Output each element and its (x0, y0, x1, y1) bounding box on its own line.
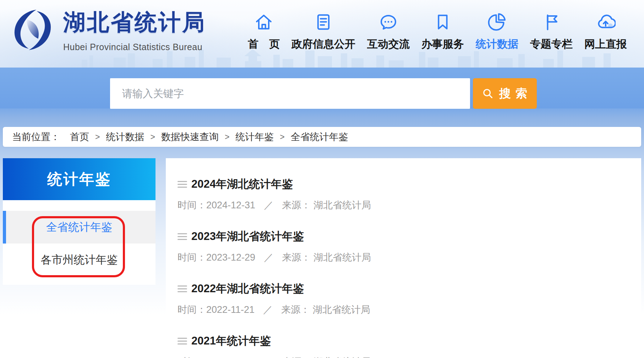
nav-item-1[interactable]: 首 页 (248, 12, 280, 52)
list-bullet-icon (178, 285, 187, 292)
meta-time-label: 时间： (178, 356, 206, 358)
search-icon (482, 87, 494, 100)
meta-separator: ／ (263, 303, 273, 316)
meta-time-label: 时间： (178, 303, 206, 316)
breadcrumb-separator: > (225, 132, 229, 142)
flag-icon (541, 12, 561, 32)
breadcrumb-separator: > (150, 132, 155, 142)
yearbook-link[interactable]: 2024年湖北统计年鉴 (191, 177, 293, 192)
list-item-meta: 时间：2023-12-29／来源：湖北省统计局 (178, 251, 627, 264)
list-item-meta: 时间：2024-12-31／来源：湖北省统计局 (178, 199, 627, 212)
sidebar-item-1[interactable]: 全省统计年鉴 (3, 211, 155, 244)
list-item-2: 2023年湖北省统计年鉴时间：2023-12-29／来源：湖北省统计局 (178, 229, 627, 264)
cloud-upload-icon (596, 12, 616, 32)
nav-item-label: 统计数据 (476, 37, 518, 52)
nav-item-7[interactable]: 网上直报 (584, 12, 627, 52)
list-item-3: 2022年湖北省统计年鉴时间：2022-11-21／来源：湖北省统计局 (178, 281, 627, 316)
nav-item-6[interactable]: 专题专栏 (530, 12, 573, 52)
meta-time-label: 时间： (178, 251, 206, 264)
meta-source-value: 湖北省统计局 (313, 251, 371, 264)
breadcrumb-link-2[interactable]: 统计数据 (106, 130, 144, 143)
document-icon (313, 12, 333, 32)
breadcrumb-separator: > (280, 132, 284, 142)
yearbook-link[interactable]: 2022年湖北省统计年鉴 (191, 281, 304, 296)
list-item-title-row: 2022年湖北省统计年鉴 (178, 281, 627, 296)
meta-source-value: 湖北省统计局 (313, 303, 370, 316)
sidebar-gap (3, 200, 155, 211)
sidebar-title: 统计年鉴 (3, 158, 155, 200)
yearbook-link[interactable]: 2021年统计年鉴 (191, 333, 271, 348)
search-input[interactable] (110, 78, 470, 109)
chat-icon (378, 12, 398, 32)
main-nav: 首 页政府信息公开互动交流办事服务统计数据专题专栏网上直报 (248, 12, 627, 52)
nav-item-4[interactable]: 办事服务 (421, 12, 464, 52)
home-icon (254, 12, 274, 32)
meta-time-value: 2022-11-21 (206, 304, 255, 315)
sidebar: 统计年鉴 全省统计年鉴各市州统计年鉴 (3, 158, 155, 285)
nav-item-label: 网上直报 (584, 37, 627, 52)
meta-separator: ／ (264, 199, 273, 212)
search-bar: 搜 索 (110, 78, 537, 109)
meta-time-value: 2023-12-29 (206, 252, 255, 263)
breadcrumb-items: 首页>统计数据>数据快速查询>统计年鉴>全省统计年鉴 (70, 130, 348, 143)
list-item-4: 2021年统计年鉴时间：2021-10-13／来源：湖北省统计局 (178, 333, 627, 358)
meta-source-label: 来源： (281, 303, 310, 316)
meta-separator: ／ (264, 251, 273, 264)
meta-source-value: 湖北省统计局 (313, 199, 371, 212)
nav-item-2[interactable]: 政府信息公开 (291, 12, 355, 52)
yearbook-link[interactable]: 2023年湖北省统计年鉴 (191, 229, 304, 244)
list-bullet-icon (178, 338, 187, 344)
breadcrumb-separator: > (95, 132, 100, 142)
search-button[interactable]: 搜 索 (473, 78, 537, 109)
nav-item-5[interactable]: 统计数据 (476, 12, 518, 52)
nav-item-label: 首 页 (248, 37, 280, 52)
yearbook-list: 2024年湖北统计年鉴时间：2024-12-31／来源：湖北省统计局2023年湖… (166, 158, 641, 358)
brand: 湖北省统计局 Hubei Provincial Statistics Burea… (11, 7, 206, 52)
breadcrumb: 当前位置： 首页>统计数据>数据快速查询>统计年鉴>全省统计年鉴 (3, 127, 641, 147)
list-item-title-row: 2021年统计年鉴 (178, 333, 627, 348)
nav-item-label: 政府信息公开 (291, 37, 355, 52)
meta-source-label: 来源： (282, 251, 311, 264)
search-band: 搜 索 (0, 68, 644, 108)
bureau-logo (11, 8, 55, 52)
nav-item-3[interactable]: 互动交流 (367, 12, 410, 52)
meta-source-label: 来源： (282, 199, 311, 212)
meta-time-value: 2024-12-31 (206, 200, 255, 211)
breadcrumb-link-5[interactable]: 全省统计年鉴 (291, 130, 348, 143)
nav-item-label: 专题专栏 (530, 37, 573, 52)
site-title: 湖北省统计局 (63, 7, 206, 38)
breadcrumb-label: 当前位置： (12, 130, 60, 143)
site-subtitle: Hubei Provincial Statistics Bureau (63, 42, 206, 52)
brand-text: 湖北省统计局 Hubei Provincial Statistics Burea… (63, 7, 206, 52)
sidebar-items: 全省统计年鉴各市州统计年鉴 (3, 211, 155, 276)
nav-item-label: 互动交流 (367, 37, 410, 52)
meta-source-value: 湖北省统计局 (313, 356, 371, 358)
list-item-meta: 时间：2021-10-13／来源：湖北省统计局 (178, 356, 627, 358)
breadcrumb-link-3[interactable]: 数据快速查询 (161, 130, 219, 143)
list-item-title-row: 2024年湖北统计年鉴 (178, 177, 627, 192)
breadcrumb-link-1[interactable]: 首页 (70, 130, 89, 143)
meta-source-label: 来源： (282, 356, 311, 358)
pie-chart-icon (487, 12, 507, 32)
breadcrumb-link-4[interactable]: 统计年鉴 (235, 130, 274, 143)
list-bullet-icon (178, 233, 187, 240)
page: 湖北省统计局 Hubei Provincial Statistics Burea… (0, 0, 644, 358)
meta-time-label: 时间： (178, 199, 206, 212)
sidebar-item-2[interactable]: 各市州统计年鉴 (3, 244, 155, 276)
nav-item-label: 办事服务 (421, 37, 464, 52)
bookmark-icon (433, 12, 453, 32)
list-bullet-icon (178, 181, 187, 188)
meta-separator: ／ (264, 356, 273, 358)
site-header: 湖北省统计局 Hubei Provincial Statistics Burea… (0, 0, 644, 68)
search-button-label: 搜 索 (499, 86, 528, 102)
meta-time-value: 2021-10-13 (206, 357, 255, 358)
list-item-title-row: 2023年湖北省统计年鉴 (178, 229, 627, 244)
list-item-meta: 时间：2022-11-21／来源：湖北省统计局 (178, 303, 627, 316)
list-item-1: 2024年湖北统计年鉴时间：2024-12-31／来源：湖北省统计局 (178, 177, 627, 212)
